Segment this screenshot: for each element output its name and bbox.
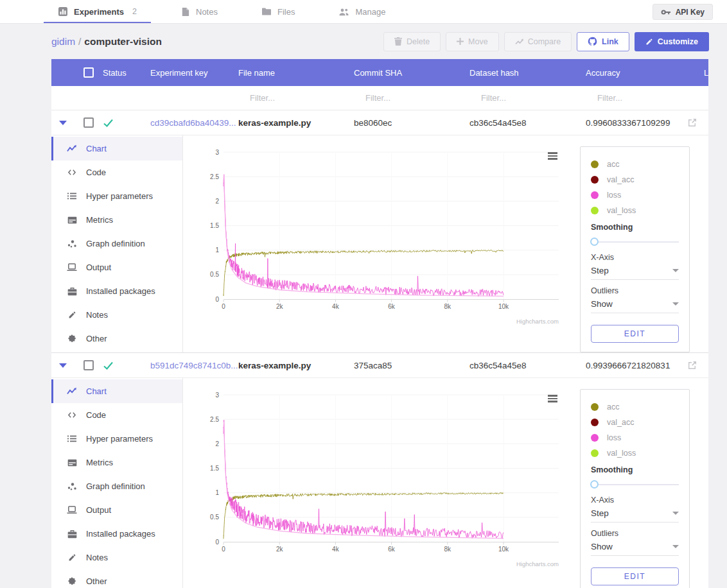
open-experiment-icon[interactable] [687,360,697,370]
sidebar-item-metrics[interactable]: Metrics [51,208,182,232]
column-header-file-name[interactable]: File name [238,68,354,78]
series-label: acc [607,160,619,169]
edit-button[interactable]: EDIT [591,325,679,343]
sidebar-item-notes[interactable]: Notes [51,546,182,569]
x-axis-label: 10k [498,546,509,553]
sidebar-item-graph-definition[interactable]: Graph definition [51,232,182,255]
chevron-down-icon [672,269,679,272]
series-color-dot [591,434,599,442]
sidebar-item-label: Metrics [86,215,113,225]
open-experiment-icon[interactable] [687,117,697,128]
breadcrumb-owner-link[interactable]: gidim [51,36,75,47]
clipped-filter-input[interactable] [704,93,708,103]
experiments-table: Status Experiment key File name Commit S… [51,59,708,588]
sidebar-item-code[interactable]: Code [51,403,182,427]
x-axis-select[interactable]: Step [591,262,679,280]
compare-button[interactable]: Compare [504,32,572,51]
file-name-value: keras-example.py [238,118,311,128]
collapse-row-caret[interactable] [59,121,67,125]
legend-item-loss[interactable]: loss [591,191,679,200]
sidebar-item-hyper-parameters[interactable]: Hyper parameters [51,427,182,451]
sidebar-item-code[interactable]: Code [51,160,182,184]
outliers-value: Show [591,299,613,309]
legend-item-val_loss[interactable]: val_loss [591,206,679,215]
file-name-filter-input[interactable] [238,93,342,103]
sidebar-item-graph-definition[interactable]: Graph definition [51,474,182,498]
slider-handle[interactable] [590,480,599,489]
row-checkbox[interactable] [83,360,94,370]
legend-item-val_loss[interactable]: val_loss [591,449,679,458]
chart-menu-icon[interactable] [548,152,557,161]
commit-sha-value: be8060ec [354,118,392,128]
sidebar-item-installed-packages[interactable]: Installed packages [51,279,182,303]
sidebar-item-other[interactable]: Other [51,327,182,350]
api-key-button[interactable]: API Key [653,4,713,20]
sidebar-item-label: Other [86,576,107,586]
chart-icon [67,387,77,395]
slider-handle[interactable] [590,238,599,246]
column-header-commit-sha[interactable]: Commit SHA [354,68,469,78]
sidebar-item-output[interactable]: Output [51,255,182,279]
tab-label: Notes [196,7,218,17]
y-axis-label: 3 [215,149,219,156]
outliers-select[interactable]: Show [591,538,679,556]
x-axis-label: 6k [388,546,396,553]
sidebar-item-installed-packages[interactable]: Installed packages [51,522,182,546]
customize-button[interactable]: Customize [635,32,709,51]
column-header-dataset-hash[interactable]: Dataset hash [469,68,586,78]
series-label: val_acc [607,418,634,427]
edit-button[interactable]: EDIT [591,567,679,585]
legend-item-loss[interactable]: loss [591,433,679,442]
sidebar-item-hyper-parameters[interactable]: Hyper parameters [51,184,182,208]
tab-notes[interactable]: Notes [166,0,232,23]
column-header-clipped[interactable]: L [704,68,708,78]
row-checkbox[interactable] [83,117,94,128]
collapse-row-caret[interactable] [59,363,67,368]
legend-item-acc[interactable]: acc [591,402,679,411]
dataset-hash-filter-input[interactable] [469,93,574,103]
experiment-key-link[interactable]: b591dc749c8741c0b... [150,361,238,370]
column-header-status[interactable]: Status [103,68,150,78]
experiment-key-link[interactable]: cd39cbafd6ba40439... [150,118,236,128]
legend-item-acc[interactable]: acc [591,160,679,169]
commit-sha-filter-input[interactable] [354,93,458,103]
tab-files[interactable]: Files [247,0,309,23]
delete-button[interactable]: Delete [383,32,441,51]
move-button[interactable]: Move [446,32,499,51]
sidebar-item-chart[interactable]: Chart [51,379,182,403]
accuracy-filter-input[interactable] [586,93,671,103]
series-color-dot [591,191,599,199]
commit-sha-value: 375aca85 [354,361,392,370]
select-all-checkbox[interactable] [83,67,94,78]
sidebar-item-label: Chart [86,386,107,396]
column-header-experiment-key[interactable]: Experiment key [150,68,238,78]
x-axis-label: 2k [276,303,284,310]
tab-manage[interactable]: Manage [324,0,399,23]
column-header-accuracy[interactable]: Accuracy [586,68,681,78]
trash-icon [394,37,402,46]
sidebar-item-label: Graph definition [86,239,145,248]
sidebar-item-metrics[interactable]: Metrics [51,451,182,474]
sidebar-item-notes[interactable]: Notes [51,303,182,327]
note-icon [180,7,190,17]
sidebar-item-output[interactable]: Output [51,498,182,522]
tab-experiments[interactable]: Experiments 2 [44,0,151,23]
outliers-select[interactable]: Show [591,295,679,313]
chart-menu-icon[interactable] [548,395,557,404]
project-header: gidim/computer-vision Delete Move Compar… [0,24,727,59]
series-color-dot [591,449,599,457]
legend-item-val_acc[interactable]: val_acc [591,175,679,184]
sidebar-item-label: Code [86,410,106,420]
y-axis-label: 1 [215,489,219,496]
x-axis-label: 4k [332,546,340,553]
series-line-loss [223,175,504,297]
sidebar-item-chart[interactable]: Chart [51,137,182,160]
series-label: acc [607,402,619,411]
sidebar-item-other[interactable]: Other [51,569,182,588]
sidebar-item-label: Installed packages [86,529,155,539]
slider-track[interactable] [591,241,679,243]
x-axis-select[interactable]: Step [591,505,679,523]
legend-item-val_acc[interactable]: val_acc [591,418,679,427]
link-button[interactable]: Link [577,32,629,51]
slider-track[interactable] [591,484,679,485]
